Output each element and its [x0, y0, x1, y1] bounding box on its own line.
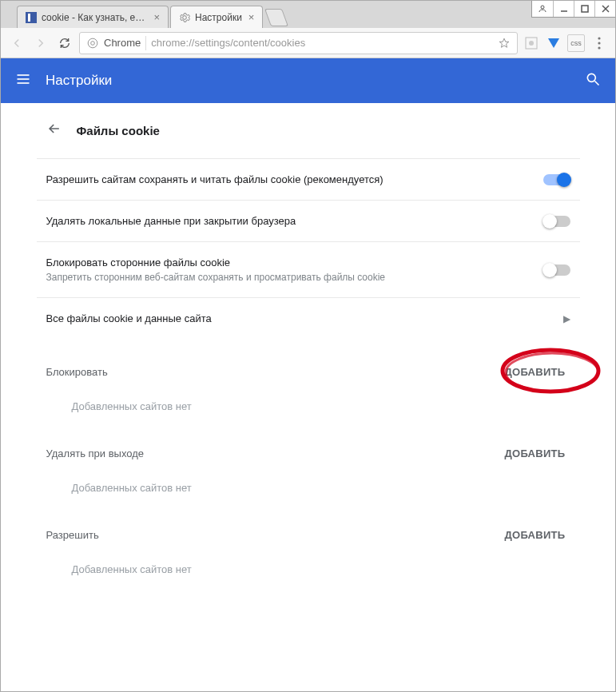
svg-rect-6 [28, 14, 30, 22]
svg-point-13 [598, 46, 600, 49]
window-controls [531, 1, 615, 18]
page-favicon-icon [26, 12, 37, 23]
window-maximize-button[interactable] [574, 1, 594, 17]
svg-point-7 [88, 38, 97, 48]
card-header: Файлы cookie [37, 103, 580, 158]
setting-sublabel: Запретить сторонним веб-сайтам сохранять… [46, 272, 531, 283]
section-allow: Разрешить ДОБАВИТЬ Добавленных сайтов не… [37, 502, 580, 583]
omnibox[interactable]: Chrome chrome://settings/content/cookies [79, 32, 518, 54]
extension-icon-css[interactable]: css [567, 34, 585, 52]
menu-icon[interactable] [15, 71, 31, 90]
nav-reload-button[interactable] [55, 34, 74, 53]
svg-point-8 [91, 41, 95, 45]
separator [145, 36, 146, 50]
empty-message: Добавленных сайтов нет [46, 547, 570, 583]
section-title: Удалять при выходе [46, 447, 145, 459]
svg-point-11 [598, 37, 600, 39]
svg-line-18 [595, 82, 599, 86]
toggle-clear-on-exit[interactable] [543, 216, 570, 227]
empty-message: Добавленных сайтов нет [46, 466, 570, 502]
nav-all-cookies[interactable]: Все файлы cookie и данные сайта ▶ [37, 297, 580, 339]
setting-label: Разрешить сайтам сохранять и читать файл… [46, 173, 531, 185]
tab-strip: cookie - Как узнать, есть × Настройки × [1, 1, 615, 28]
back-arrow-icon[interactable] [46, 121, 62, 141]
window-minimize-button[interactable] [553, 1, 574, 17]
settings-title: Настройки [46, 73, 570, 89]
toggle-allow-cookies[interactable] [543, 174, 570, 185]
address-bar: Chrome chrome://settings/content/cookies… [1, 28, 615, 58]
browser-label: Chrome [104, 37, 141, 49]
svg-point-17 [587, 74, 595, 82]
svg-point-0 [541, 6, 544, 9]
setting-clear-on-exit: Удалять локальные данные при закрытии бр… [37, 200, 580, 241]
search-icon[interactable] [585, 71, 601, 90]
tab-cookie-info[interactable]: cookie - Как узнать, есть × [17, 6, 169, 28]
setting-label: Блокировать сторонние файлы cookie [46, 257, 531, 268]
setting-label: Удалять локальные данные при закрытии бр… [46, 215, 531, 227]
nav-back-button[interactable] [7, 34, 26, 53]
toggle-block-third-party[interactable] [543, 264, 570, 276]
url-text: chrome://settings/content/cookies [151, 37, 493, 49]
section-title: Блокировать [46, 366, 108, 378]
empty-message: Добавленных сайтов нет [46, 384, 570, 420]
svg-rect-2 [582, 6, 588, 12]
extension-icon-1[interactable] [523, 34, 540, 52]
tab-close-icon[interactable]: × [153, 11, 160, 23]
section-title: Разрешить [46, 529, 99, 541]
browser-menu-button[interactable] [590, 34, 609, 53]
svg-rect-5 [26, 12, 37, 23]
add-allow-button[interactable]: ДОБАВИТЬ [499, 523, 570, 547]
page-title: Файлы cookie [77, 124, 160, 137]
add-block-button[interactable]: ДОБАВИТЬ [499, 360, 570, 384]
new-tab-button[interactable] [264, 9, 288, 26]
settings-header: Настройки [1, 58, 615, 103]
nav-label: Все файлы cookie и данные сайта [46, 312, 550, 324]
tab-title: Настройки [195, 12, 242, 23]
settings-card: Файлы cookie Разрешить сайтам сохранять … [37, 103, 580, 615]
chrome-icon [86, 37, 99, 50]
setting-allow-cookies: Разрешить сайтам сохранять и читать файл… [37, 158, 580, 200]
window-close-button[interactable] [594, 1, 615, 17]
svg-point-10 [529, 41, 534, 46]
section-block: Блокировать ДОБАВИТЬ Добавленных сайтов … [37, 339, 580, 420]
nav-forward-button[interactable] [31, 34, 50, 53]
svg-point-12 [598, 42, 600, 44]
star-icon[interactable] [498, 37, 511, 50]
gear-icon [179, 12, 190, 23]
section-clear-on-exit: Удалять при выходе ДОБАВИТЬ Добавленных … [37, 420, 580, 502]
add-clear-on-exit-button[interactable]: ДОБАВИТЬ [499, 441, 570, 466]
page-content: Настройки Файлы cookie Разрешить сайтам … [1, 58, 615, 691]
extension-icon-2[interactable] [545, 34, 562, 52]
chevron-right-icon: ▶ [563, 313, 570, 324]
tab-title: cookie - Как узнать, есть [42, 12, 147, 23]
tab-close-icon[interactable]: × [248, 11, 255, 23]
setting-block-third-party: Блокировать сторонние файлы cookie Запре… [37, 241, 580, 297]
tab-settings[interactable]: Настройки × [170, 6, 263, 28]
window-user-button[interactable] [532, 1, 553, 17]
